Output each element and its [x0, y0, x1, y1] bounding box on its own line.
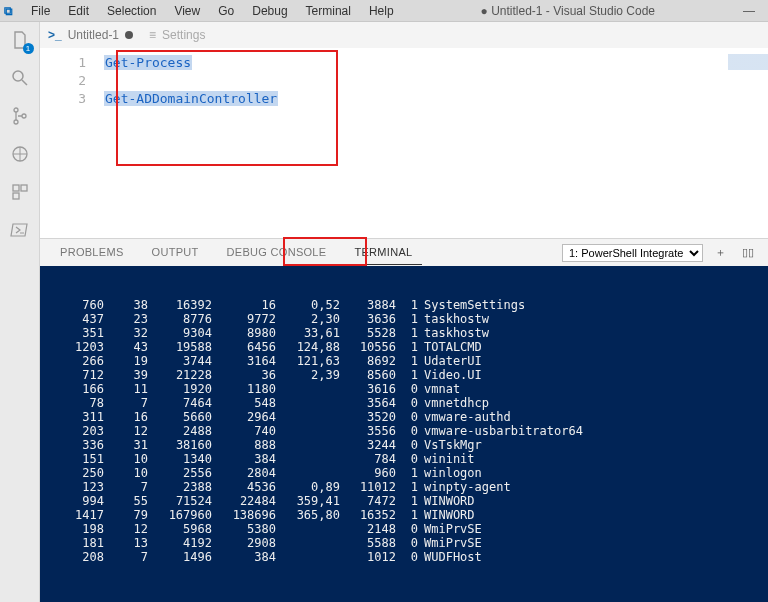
- table-row: 166111920118036160vmnat: [50, 382, 758, 396]
- table-row: 141779167960138696365,80163521WINWORD: [50, 508, 758, 522]
- menu-view[interactable]: View: [166, 2, 208, 20]
- table-row: 20312248874035560vmware-usbarbitrator64: [50, 424, 758, 438]
- panel-tab-terminal[interactable]: TERMINAL: [344, 240, 422, 265]
- menu-edit[interactable]: Edit: [60, 2, 97, 20]
- menu-file[interactable]: File: [23, 2, 58, 20]
- svg-point-0: [13, 71, 23, 81]
- settings-tab-icon: ≡: [149, 28, 156, 42]
- table-row: 351329304898033,6155281taskhostw: [50, 326, 758, 340]
- extensions-icon[interactable]: [8, 180, 32, 204]
- process-table: 7603816392160,5238841SystemSettings43723…: [50, 298, 758, 564]
- table-row: 311165660296435200vmware-authd: [50, 410, 758, 424]
- powershell-file-icon: >_: [48, 28, 62, 42]
- line-number: 1: [40, 54, 86, 72]
- debug-icon[interactable]: [8, 142, 32, 166]
- activity-bar: 1: [0, 22, 40, 602]
- explorer-icon[interactable]: 1: [8, 28, 32, 52]
- powershell-icon[interactable]: [8, 218, 32, 242]
- minimap[interactable]: [728, 54, 768, 70]
- menu-selection[interactable]: Selection: [99, 2, 164, 20]
- code-editor[interactable]: 1 2 3 Get-Process Get-ADDomainController: [40, 48, 768, 238]
- menu-bar: File Edit Selection View Go Debug Termin…: [23, 2, 402, 20]
- minimize-button[interactable]: —: [734, 4, 764, 18]
- source-control-icon[interactable]: [8, 104, 32, 128]
- split-terminal-icon[interactable]: ▯▯: [738, 246, 758, 259]
- svg-point-4: [22, 114, 26, 118]
- terminal-output[interactable]: 7603816392160,5238841SystemSettings43723…: [40, 266, 768, 602]
- window-title: ● Untitled-1 - Visual Studio Code: [402, 4, 734, 18]
- vscode-logo-icon: ⧉: [4, 4, 13, 18]
- terminal-selector[interactable]: 1: PowerShell Integrate: [562, 244, 703, 262]
- table-row: 1237238845360,89110121winpty-agent: [50, 480, 758, 494]
- unsaved-indicator-icon: [125, 31, 133, 39]
- table-row: 181134192290855880WmiPrvSE: [50, 536, 758, 550]
- table-row: 1511013403847840wininit: [50, 452, 758, 466]
- menu-go[interactable]: Go: [210, 2, 242, 20]
- table-row: 25010255628049601winlogon: [50, 466, 758, 480]
- tab-label: Settings: [162, 28, 205, 42]
- svg-point-3: [14, 120, 18, 124]
- table-row: 2661937443164121,6386921UdaterUI: [50, 354, 758, 368]
- table-row: 43723877697722,3036361taskhostw: [50, 312, 758, 326]
- code-content: Get-Process Get-ADDomainController: [104, 54, 278, 108]
- menu-help[interactable]: Help: [361, 2, 402, 20]
- table-row: 336313816088832440VsTskMgr: [50, 438, 758, 452]
- panel-tab-problems[interactable]: PROBLEMS: [50, 240, 134, 265]
- editor-tab-bar: >_ Untitled-1 ≡ Settings: [40, 22, 768, 48]
- tab-settings[interactable]: ≡ Settings: [149, 28, 205, 42]
- table-row: 2087149638410120WUDFHost: [50, 550, 758, 564]
- panel-tab-output[interactable]: OUTPUT: [142, 240, 209, 265]
- svg-rect-9: [21, 185, 27, 191]
- menu-debug[interactable]: Debug: [244, 2, 295, 20]
- line-number: 3: [40, 90, 86, 108]
- line-number: 2: [40, 72, 86, 90]
- table-row: 787746454835640vmnetdhcp: [50, 396, 758, 410]
- search-icon[interactable]: [8, 66, 32, 90]
- table-row: 7603816392160,5238841SystemSettings: [50, 298, 758, 312]
- line-gutter: 1 2 3: [40, 54, 96, 108]
- svg-rect-10: [13, 193, 19, 199]
- explorer-badge: 1: [23, 43, 34, 54]
- panel-bar: PROBLEMS OUTPUT DEBUG CONSOLE TERMINAL 1…: [40, 238, 768, 266]
- panel-tabs: PROBLEMS OUTPUT DEBUG CONSOLE TERMINAL: [50, 240, 422, 265]
- menu-terminal[interactable]: Terminal: [298, 2, 359, 20]
- table-row: 7123921228362,3985601Video.UI: [50, 368, 758, 382]
- table-row: 198125968538021480WmiPrvSE: [50, 522, 758, 536]
- svg-point-2: [14, 108, 18, 112]
- code-line: Get-ADDomainController: [104, 91, 278, 106]
- table-row: 120343195886456124,88105561TOTALCMD: [50, 340, 758, 354]
- tab-untitled-1[interactable]: >_ Untitled-1: [48, 28, 133, 42]
- tab-label: Untitled-1: [68, 28, 119, 42]
- table-row: 994557152422484359,4174721WINWORD: [50, 494, 758, 508]
- new-terminal-icon[interactable]: ＋: [711, 245, 730, 260]
- panel-tab-debug-console[interactable]: DEBUG CONSOLE: [217, 240, 337, 265]
- svg-line-1: [22, 80, 27, 85]
- title-bar: ⧉ File Edit Selection View Go Debug Term…: [0, 0, 768, 22]
- svg-rect-8: [13, 185, 19, 191]
- code-line: Get-Process: [104, 55, 192, 70]
